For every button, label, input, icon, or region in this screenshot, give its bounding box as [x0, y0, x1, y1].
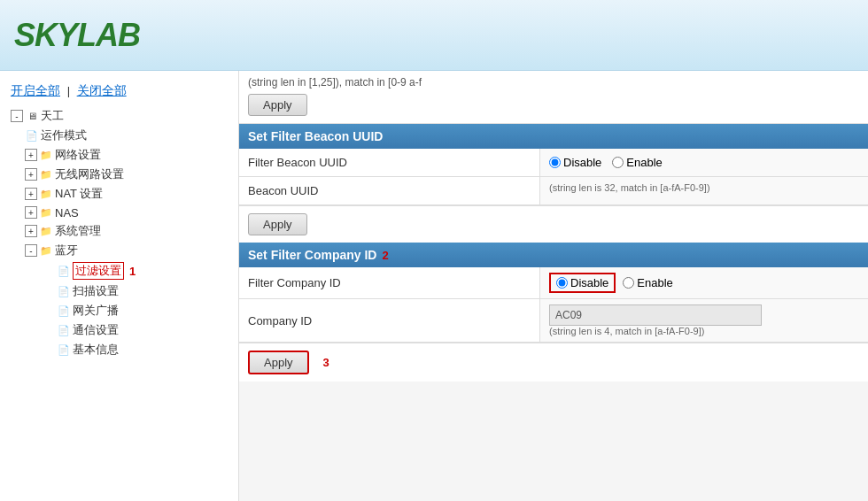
sidebar-nas-label: NAS: [55, 206, 79, 220]
sidebar-item-comm-settings[interactable]: 📄 通信设置: [57, 320, 238, 340]
sidebar-item-scan-settings[interactable]: 📄 扫描设置: [57, 281, 238, 301]
company-id-section: Set Filter Company ID 2 Filter Company I…: [239, 243, 868, 382]
company-id-input-label: Company ID: [239, 299, 540, 342]
beacon-uuid-section-header: Set Filter Beacon UUID: [239, 124, 868, 149]
sidebar-bluetooth-label: 蓝牙: [55, 243, 78, 258]
sidebar-links: 开启全部 | 关闭全部: [0, 78, 238, 106]
open-all-link[interactable]: 开启全部: [11, 83, 60, 97]
content-inner: (string len in [1,25]), match in [0-9 a-…: [239, 71, 868, 382]
computer-icon: 🖥: [25, 109, 39, 123]
page-icon-comm: 📄: [57, 323, 71, 337]
sidebar-item-nas[interactable]: + 📁 NAS: [25, 204, 238, 221]
sidebar-item-wireless[interactable]: + 📁 无线网路设置: [25, 165, 238, 184]
apply-button-2[interactable]: Apply: [248, 213, 307, 235]
page-icon-filter: 📄: [57, 264, 71, 278]
expand-wireless-icon[interactable]: +: [25, 168, 37, 181]
expand-nas-icon[interactable]: +: [25, 206, 37, 219]
page-icon-gateway: 📄: [57, 304, 71, 318]
sidebar-wireless-label: 无线网路设置: [55, 166, 124, 182]
main-layout: 开启全部 | 关闭全部 - 🖥 天工 📄 运作模式 + 📁: [0, 71, 868, 501]
filter-beacon-uuid-value: Disable Enable: [540, 149, 868, 176]
sidebar-item-basic-info[interactable]: 📄 基本信息: [57, 340, 238, 359]
company-id-enable-option[interactable]: Enable: [623, 276, 672, 289]
sidebar-item-operation-mode[interactable]: 📄 运作模式: [25, 126, 238, 145]
sidebar-item-nat[interactable]: + 📁 NAT 设置: [25, 184, 238, 204]
sidebar-bt-children: 📄 过滤设置 1 📄 扫描设置 📄 网关广播 📄 通信设置: [25, 260, 238, 359]
page-icon: 📄: [25, 128, 39, 143]
sidebar-item-bluetooth[interactable]: - 📁 蓝牙: [25, 241, 238, 260]
sidebar-item-filter-settings[interactable]: 📄 过滤设置 1: [57, 260, 238, 281]
beacon-uuid-disable-option[interactable]: Disable: [549, 156, 601, 169]
beacon-uuid-enable-label: Enable: [626, 156, 662, 169]
folder-icon-bt: 📁: [39, 243, 53, 258]
beacon-uuid-enable-option[interactable]: Enable: [612, 156, 662, 169]
sidebar-system-label: 系统管理: [55, 223, 101, 239]
apply-button-1[interactable]: Apply: [248, 94, 307, 116]
beacon-uuid-input-label: Beacon UUID: [239, 177, 540, 204]
annotation-1: 1: [129, 265, 136, 278]
sidebar-tree: - 🖥 天工 📄 运作模式 + 📁 网络设置 + 📁 无线网: [0, 106, 238, 359]
expand-nat-icon[interactable]: +: [25, 188, 37, 200]
company-id-enable-radio[interactable]: [623, 277, 634, 289]
beacon-uuid-radio-group: Disable Enable: [549, 156, 663, 169]
company-id-input[interactable]: [549, 304, 762, 326]
company-id-hint: (string len is 4, match in [a-fA-F0-9]): [549, 326, 704, 336]
header: SKYLAB: [0, 0, 868, 71]
folder-icon-3: 📁: [39, 187, 53, 201]
apply-button-3[interactable]: Apply: [248, 351, 309, 374]
sidebar-item-gateway-broadcast[interactable]: 📄 网关广播: [57, 301, 238, 320]
beacon-uuid-enable-radio[interactable]: [612, 157, 624, 168]
beacon-uuid-title: Set Filter Beacon UUID: [248, 129, 383, 143]
separator: |: [67, 84, 70, 97]
company-id-disable-radio[interactable]: [556, 277, 568, 289]
company-id-input-row: Company ID (string len is 4, match in [a…: [239, 299, 868, 343]
top-partial-section: (string len in [1,25]), match in [0-9 a-…: [239, 71, 868, 124]
sidebar-level1: 📄 运作模式 + 📁 网络设置 + 📁 无线网路设置 + 📁 NAT 设置: [7, 126, 238, 359]
beacon-uuid-section: Set Filter Beacon UUID Filter Beacon UUI…: [239, 124, 868, 243]
company-id-apply-row: Apply 3: [239, 343, 868, 382]
company-id-enable-label: Enable: [637, 276, 672, 289]
beacon-uuid-disable-label: Disable: [563, 156, 601, 169]
expand-tiangong-icon[interactable]: -: [11, 110, 23, 122]
sidebar-tiangong-label: 天工: [41, 108, 64, 124]
filter-beacon-uuid-row: Filter Beacon UUID Disable Enable: [239, 149, 868, 177]
filter-company-id-label: Filter Company ID: [239, 267, 540, 298]
filter-company-id-value: Disable Enable: [540, 267, 868, 298]
company-id-section-header: Set Filter Company ID 2: [239, 243, 868, 267]
expand-bluetooth-icon[interactable]: -: [25, 244, 37, 257]
company-id-title: Set Filter Company ID: [248, 248, 376, 262]
beacon-uuid-apply-row: Apply: [239, 205, 868, 243]
sidebar-item-network[interactable]: + 📁 网络设置: [25, 145, 238, 165]
expand-network-icon[interactable]: +: [25, 149, 37, 161]
sidebar-item-system[interactable]: + 📁 系统管理: [25, 221, 238, 241]
sidebar-item-tiangong[interactable]: - 🖥 天工: [7, 106, 238, 126]
expand-system-icon[interactable]: +: [25, 225, 37, 237]
page-icon-basic: 📄: [57, 343, 71, 357]
close-all-link[interactable]: 关闭全部: [77, 83, 127, 97]
company-id-disable-label: Disable: [570, 276, 608, 289]
sidebar-basic-label: 基本信息: [73, 342, 119, 358]
sidebar-operation-label: 运作模式: [41, 127, 87, 143]
company-id-radio-highlighted: Disable: [549, 273, 616, 293]
filter-company-id-row: Filter Company ID Disable Enable: [239, 267, 868, 299]
page-icon-scan: 📄: [57, 284, 71, 298]
sidebar-comm-label: 通信设置: [73, 322, 119, 338]
folder-icon: 📁: [39, 148, 53, 162]
beacon-uuid-disable-radio[interactable]: [549, 157, 561, 168]
beacon-uuid-hint: (string len is 32, match in [a-fA-F0-9]): [549, 182, 710, 193]
sidebar-filter-label: 过滤设置: [73, 262, 124, 280]
logo: SKYLAB: [14, 17, 140, 54]
partial-hint-text: (string len in [1,25]), match in [0-9 a-…: [248, 76, 859, 89]
content-area: (string len in [1,25]), match in [0-9 a-…: [239, 71, 868, 501]
folder-icon-5: 📁: [39, 224, 53, 238]
sidebar: 开启全部 | 关闭全部 - 🖥 天工 📄 运作模式 + 📁: [0, 71, 239, 501]
annotation-3: 3: [323, 356, 329, 369]
beacon-uuid-input-value: (string len is 32, match in [a-fA-F0-9]): [540, 177, 868, 204]
company-id-disable-option[interactable]: Disable: [551, 274, 614, 291]
company-id-title-row: Set Filter Company ID 2: [248, 248, 859, 262]
folder-icon-2: 📁: [39, 167, 53, 181]
annotation-2: 2: [382, 249, 388, 262]
filter-beacon-uuid-label: Filter Beacon UUID: [239, 149, 540, 176]
sidebar-network-label: 网络设置: [55, 147, 101, 163]
sidebar-nat-label: NAT 设置: [55, 186, 103, 202]
